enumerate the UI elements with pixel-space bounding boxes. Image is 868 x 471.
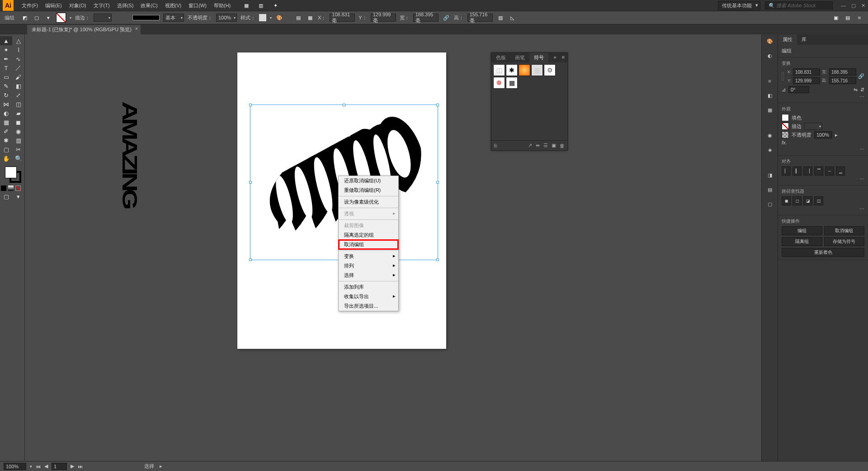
align-right[interactable]: ▕	[803, 167, 812, 176]
align-top[interactable]: ▔	[814, 167, 823, 176]
symbol-item[interactable]: ✱	[506, 64, 518, 76]
menu-type[interactable]: 文字(T)	[90, 2, 113, 9]
color-guide-icon[interactable]: ◐	[765, 51, 775, 61]
more-options-icon[interactable]: ⋯	[859, 206, 864, 212]
rotate-tool[interactable]: ↻	[0, 90, 12, 100]
nav-first-icon[interactable]: ⏮	[36, 464, 41, 469]
menu-window[interactable]: 窗口(W)	[185, 2, 210, 9]
pf-minus[interactable]: ◻	[793, 196, 802, 205]
symbols-tab[interactable]: 符号	[529, 53, 548, 62]
shaper-tool[interactable]: ✎	[0, 81, 12, 90]
blend-tool[interactable]: ◉	[12, 127, 24, 136]
minimize-button[interactable]: —	[841, 3, 846, 9]
shape-props-icon[interactable]: ▧	[496, 14, 505, 22]
x-value[interactable]: 108.831 毫	[330, 14, 355, 22]
color-mode-gradient[interactable]	[8, 186, 14, 191]
maximize-button[interactable]: ▢	[851, 3, 856, 9]
reference-point-icon[interactable]: ▦	[306, 14, 314, 22]
eyedropper-tool[interactable]: ✐	[0, 127, 12, 136]
pf-unite[interactable]: ◼	[782, 196, 791, 205]
qa-group[interactable]: 编组	[782, 226, 822, 235]
stroke-weight[interactable]	[804, 123, 822, 130]
fill-stroke-control[interactable]	[3, 165, 21, 183]
gradient-panel-icon[interactable]: ◧	[765, 90, 775, 100]
break-link-icon[interactable]: ⇹	[536, 143, 540, 148]
cm-add-lib[interactable]: 添加到库	[339, 282, 398, 292]
align-icon[interactable]: ▤	[294, 14, 302, 22]
link-wh-icon[interactable]: 🔗	[858, 73, 864, 79]
menu-select[interactable]: 选择(S)	[113, 2, 137, 9]
workspace-switcher[interactable]: 传统基本功能 ▾	[718, 1, 760, 10]
flip-h-icon[interactable]: ⇋	[854, 87, 858, 93]
symbol-item[interactable]: ▦	[506, 77, 518, 89]
opacity-dropdown[interactable]: 100%	[216, 14, 237, 22]
nav-prev-icon[interactable]: ◀	[44, 463, 48, 469]
color-panel-icon[interactable]: 🎨	[765, 36, 775, 46]
x-value[interactable]: 108.831	[793, 68, 820, 76]
qa-isolate[interactable]: 隔离组	[782, 237, 822, 246]
stroke-swatch[interactable]	[782, 123, 789, 130]
magic-wand-tool[interactable]: ✦	[0, 45, 12, 54]
align-bottom[interactable]: ▁	[836, 167, 845, 176]
artboard-number[interactable]: 1	[52, 463, 67, 470]
appearance-panel-icon[interactable]: ◉	[765, 130, 775, 140]
cm-redo[interactable]: 重做取消编组(R)	[339, 186, 398, 195]
cm-export-sel[interactable]: 导出所选项目...	[339, 301, 398, 311]
graphic-styles-icon[interactable]: ◈	[765, 145, 775, 155]
symbol-item[interactable]: ⚙	[544, 64, 556, 76]
panel-menu-icon[interactable]: ≡	[559, 53, 567, 62]
symbol-item[interactable]: ❁	[493, 77, 505, 89]
reference-point[interactable]	[782, 72, 784, 81]
w-value[interactable]: 188.395	[829, 68, 856, 76]
brush-sample[interactable]	[132, 15, 160, 20]
menu-object[interactable]: 对象(O)	[66, 2, 90, 9]
stroke-weight-dropdown[interactable]	[94, 14, 112, 22]
align-vcenter[interactable]: ─	[825, 167, 834, 176]
y-value[interactable]: 129.999 毫	[371, 14, 396, 22]
zoom-dropdown[interactable]: 100%	[4, 463, 26, 470]
properties-tab[interactable]: 属性	[778, 34, 797, 45]
close-button[interactable]: ✕	[861, 3, 865, 9]
close-tab-icon[interactable]: ×	[135, 26, 138, 31]
fill-swatch[interactable]	[56, 13, 66, 23]
zoom-tool[interactable]: 🔍	[12, 154, 24, 163]
corner-icon[interactable]: ◺	[508, 14, 516, 22]
stroke-panel-icon[interactable]: ≡	[765, 76, 775, 86]
graphic-style-swatch[interactable]	[259, 14, 266, 21]
swatches-tab[interactable]: 色板	[491, 53, 510, 62]
delete-symbol-icon[interactable]: 🗑	[560, 143, 565, 148]
direct-selection-tool[interactable]: △	[12, 36, 24, 45]
link-wh-icon[interactable]: 🔗	[442, 14, 450, 22]
rectangle-tool[interactable]: ▭	[0, 72, 12, 81]
gradient-tool[interactable]: ◼	[12, 118, 24, 127]
symbol-item[interactable]	[519, 64, 530, 76]
cm-collect-export[interactable]: 收集以导出	[339, 292, 398, 301]
fx-label[interactable]: fx.	[782, 140, 787, 145]
h-value[interactable]: 155.716 毫	[467, 14, 493, 22]
cm-arrange[interactable]: 排列	[339, 261, 398, 271]
cm-ungroup[interactable]: 取消编组	[339, 240, 398, 249]
brush-preset-dropdown[interactable]: 基本	[163, 14, 184, 22]
scale-tool[interactable]: ⤢	[12, 90, 24, 100]
menu-help[interactable]: 帮助(H)	[210, 2, 234, 9]
screen-mode-dd[interactable]: ▾	[12, 192, 24, 201]
more-options-icon[interactable]: ⋯	[859, 176, 864, 182]
pf-intersect[interactable]: ◪	[803, 196, 812, 205]
h-value[interactable]: 155.716	[829, 77, 856, 84]
cm-undo[interactable]: 还原取消编组(U)	[339, 176, 398, 186]
transparency-panel-icon[interactable]: ▦	[765, 105, 775, 115]
symbol-options-icon[interactable]: ☰	[543, 143, 548, 148]
type-tool[interactable]: T	[0, 63, 12, 72]
y-value[interactable]: 129.999	[793, 77, 820, 84]
qa-save-symbol[interactable]: 存储为符号	[824, 237, 865, 246]
search-input[interactable]: 🔍搜索 Adobe Stock	[765, 1, 833, 10]
w-value[interactable]: 188.395 毫	[413, 14, 439, 22]
opacity-swatch[interactable]	[782, 131, 789, 138]
eraser-tool[interactable]: ◧	[12, 81, 24, 90]
line-tool[interactable]: ／	[12, 63, 24, 72]
isolate-icon[interactable]: ▣	[832, 14, 840, 22]
document-tab[interactable]: 未标题-1 [已恢复]* @ 100% (RGB/GPU 预览)×	[27, 25, 141, 34]
nav-last-icon[interactable]: ⏭	[78, 464, 83, 469]
menu-edit[interactable]: 编辑(E)	[42, 2, 66, 9]
pen-tool[interactable]: ✒	[0, 54, 12, 63]
